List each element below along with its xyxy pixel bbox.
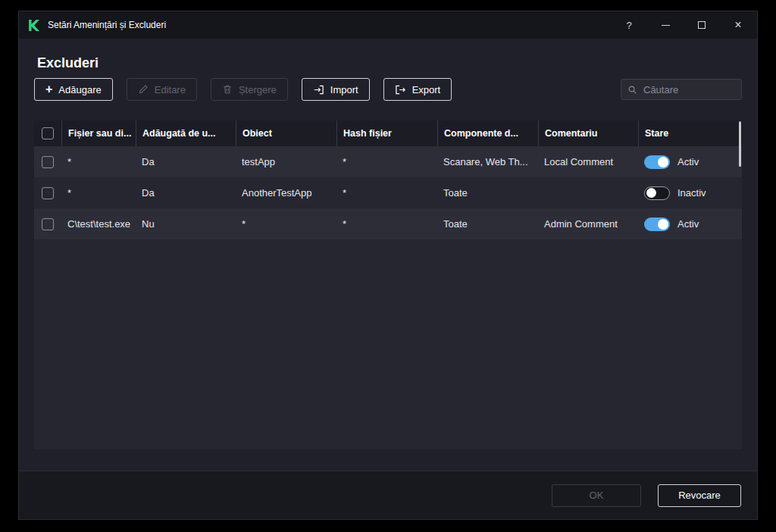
cell-hash: * — [336, 218, 437, 230]
cell-object: AnotherTestApp — [236, 187, 336, 199]
help-button[interactable]: ? — [618, 14, 640, 36]
state-label: Activ — [677, 156, 699, 167]
header-checkbox-cell — [34, 120, 61, 146]
cell-file: * — [61, 187, 136, 199]
column-header-comment[interactable]: Comentariu — [538, 120, 638, 146]
state-toggle[interactable] — [644, 186, 670, 200]
state-toggle[interactable] — [644, 217, 670, 231]
cell-state: Inactiv — [638, 186, 742, 200]
cell-added-by-user: Da — [136, 156, 236, 167]
delete-button-label: Ștergere — [239, 84, 277, 95]
delete-button[interactable]: Ștergere — [211, 78, 288, 101]
search-input[interactable] — [642, 83, 735, 96]
import-icon — [313, 84, 324, 95]
trash-icon — [222, 84, 233, 95]
maximize-icon — [698, 21, 706, 29]
close-button[interactable]: × — [727, 14, 749, 36]
row-checkbox-cell — [34, 208, 61, 239]
cell-file: C\test\test.exe — [61, 218, 136, 230]
column-header-object[interactable]: Obiect — [236, 120, 336, 146]
export-button[interactable]: Export — [383, 78, 452, 101]
cell-hash: * — [336, 187, 437, 199]
cancel-button[interactable]: Revocare — [658, 484, 741, 507]
search-box — [621, 79, 742, 100]
state-label: Inactiv — [677, 187, 706, 199]
cell-components: Toate — [437, 218, 538, 230]
table-body: * Da testApp * Scanare, Web Th... Local … — [34, 146, 742, 239]
state-toggle[interactable] — [644, 155, 670, 169]
ok-button[interactable]: OK — [552, 484, 641, 507]
export-icon — [395, 84, 406, 95]
column-header-file[interactable]: Fișier sau di... — [61, 120, 136, 146]
cell-added-by-user: Da — [136, 187, 236, 199]
app-window: Setări Amenințări și Excluderi ? × Exclu… — [18, 11, 758, 520]
vertical-scrollbar[interactable] — [739, 121, 741, 167]
cell-comment: Local Comment — [538, 156, 638, 167]
add-button-label: Adăugare — [58, 84, 101, 95]
row-checkbox[interactable] — [42, 218, 54, 230]
import-button-label: Import — [330, 84, 358, 95]
table-row[interactable]: C\test\test.exe Nu * * Toate Admin Comme… — [34, 208, 742, 239]
window-title: Setări Amenințări și Excluderi — [48, 20, 166, 30]
table-row[interactable]: * Da AnotherTestApp * Toate Inactiv — [34, 177, 742, 208]
pencil-icon — [138, 84, 149, 95]
cell-state: Activ — [638, 155, 742, 169]
close-icon: × — [734, 18, 741, 32]
minimize-button[interactable] — [654, 14, 677, 36]
cell-object: * — [236, 218, 336, 230]
cell-comment: Admin Comment — [538, 218, 638, 230]
select-all-checkbox[interactable] — [42, 127, 54, 139]
window-controls: ? × — [604, 14, 749, 36]
cell-file: * — [61, 156, 136, 167]
state-label: Activ — [677, 218, 699, 230]
cell-hash: * — [336, 156, 437, 167]
help-icon: ? — [626, 20, 631, 31]
export-button-label: Export — [412, 84, 441, 95]
row-checkbox-cell — [34, 146, 61, 177]
cell-object: testApp — [236, 156, 336, 167]
kaspersky-logo-icon — [27, 18, 40, 32]
cell-added-by-user: Nu — [136, 218, 236, 230]
search-icon — [627, 85, 637, 95]
column-header-state[interactable]: Stare — [638, 120, 742, 146]
titlebar: Setări Amenințări și Excluderi ? × — [19, 11, 757, 39]
import-button[interactable]: Import — [302, 78, 370, 101]
table-header: Fișier sau di... Adăugată de u... Obiect… — [34, 120, 742, 146]
footer-bar: OK Revocare — [19, 471, 757, 519]
cell-components: Toate — [437, 187, 538, 199]
row-checkbox-cell — [34, 177, 61, 208]
toolbar: + Adăugare Editare Ștergere Import Exp — [34, 78, 742, 101]
cell-components: Scanare, Web Th... — [437, 156, 538, 167]
table-row[interactable]: * Da testApp * Scanare, Web Th... Local … — [34, 146, 742, 177]
edit-button-label: Editare — [155, 84, 186, 95]
cell-state: Activ — [638, 217, 742, 231]
exclusions-table: Fișier sau di... Adăugată de u... Obiect… — [34, 120, 742, 449]
plus-icon: + — [45, 83, 52, 95]
add-button[interactable]: + Adăugare — [34, 78, 113, 101]
page-title: Excluderi — [37, 55, 99, 71]
maximize-button[interactable] — [690, 14, 713, 36]
row-checkbox[interactable] — [42, 187, 54, 199]
column-header-added-by-user[interactable]: Adăugată de u... — [136, 120, 236, 146]
minimize-icon — [662, 25, 670, 26]
edit-button[interactable]: Editare — [127, 78, 197, 101]
column-header-hash[interactable]: Hash fișier — [336, 120, 437, 146]
column-header-components[interactable]: Componente d... — [437, 120, 538, 146]
row-checkbox[interactable] — [42, 156, 54, 168]
